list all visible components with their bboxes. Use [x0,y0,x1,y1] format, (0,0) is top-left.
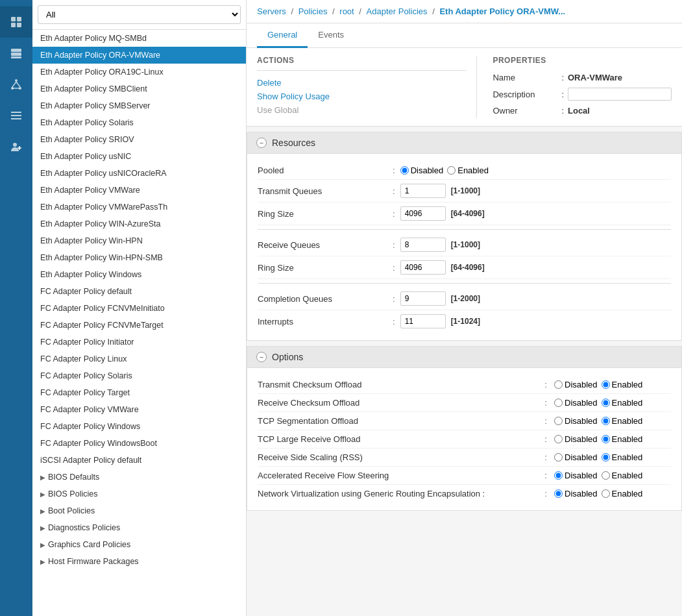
options-enabled-radio-4[interactable] [602,453,610,462]
breadcrumb: Servers / Policies / root / Adapter Poli… [247,0,682,23]
sidebar-group-label-2: Boot Policies [48,506,95,515]
sidebar-item-17[interactable]: FC Adapter Policy FCNVMeTarget [32,317,246,334]
sidebar-item-22[interactable]: FC Adapter Policy VMWare [32,401,246,418]
sidebar-group-5[interactable]: ▶Host Firmware Packages [32,553,246,570]
options-enabled-label-0[interactable]: Enabled [602,380,643,389]
options-disabled-radio-6[interactable] [554,489,563,498]
options-enabled-radio-2[interactable] [602,417,610,425]
sidebar-item-1[interactable]: Eth Adapter Policy ORA-VMWare [32,47,246,64]
sidebar-item-24[interactable]: FC Adapter Policy WindowsBoot [32,435,246,452]
options-enabled-label-2[interactable]: Enabled [602,416,643,426]
options-disabled-label-6[interactable]: Disabled [554,489,598,499]
nav-icon-list[interactable] [0,100,32,131]
action-delete[interactable]: Delete [257,76,466,90]
action-show-policy[interactable]: Show Policy Usage [257,90,466,103]
options-collapse-icon[interactable]: − [256,352,267,362]
sidebar-item-23[interactable]: FC Adapter Policy Windows [32,418,246,435]
resources-pooled-row: Pooled : Disabled Enabled [258,162,671,180]
sidebar-item-16[interactable]: FC Adapter Policy FCNVMeInitiato [32,300,246,317]
sidebar-item-13[interactable]: Eth Adapter Policy Win-HPN-SMB [32,249,246,266]
options-enabled-label-1[interactable]: Enabled [602,398,643,408]
sidebar-item-12[interactable]: Eth Adapter Policy Win-HPN [32,232,246,249]
ring-tx-input[interactable] [400,206,446,221]
resources-rx-queues-row: Receive Queues : [1-1000] [258,234,671,256]
tab-general[interactable]: General [257,23,308,48]
nav-icon-user[interactable] [0,131,32,162]
options-enabled-label-3[interactable]: Enabled [602,434,643,444]
options-enabled-radio-0[interactable] [602,380,610,389]
sidebar-item-19[interactable]: FC Adapter Policy Linux [32,351,246,367]
sidebar-group-0[interactable]: ▶BIOS Defaults [32,469,246,486]
options-enabled-radio-1[interactable] [602,399,610,407]
pooled-disabled-radio[interactable] [400,166,409,175]
options-row-6: Network Virtualization using Generic Rou… [258,485,671,502]
options-enabled-label-5[interactable]: Enabled [602,471,643,480]
sidebar-item-18[interactable]: FC Adapter Policy Initiator [32,334,246,351]
nav-icon-server[interactable] [0,38,32,69]
sidebar-filter-select[interactable]: All [38,5,241,24]
options-enabled-label-4[interactable]: Enabled [602,452,643,462]
sidebar-group-1[interactable]: ▶BIOS Policies [32,486,246,502]
options-enabled-radio-5[interactable] [602,471,610,480]
resources-collapse-icon[interactable]: − [256,138,267,148]
sidebar-group-4[interactable]: ▶Graphics Card Policies [32,536,246,553]
sidebar-item-14[interactable]: Eth Adapter Policy Windows [32,266,246,283]
sidebar-item-25[interactable]: iSCSI Adapter Policy default [32,452,246,469]
options-enabled-label-6[interactable]: Enabled [602,489,643,499]
sidebar-item-3[interactable]: Eth Adapter Policy SMBClient [32,80,246,97]
completion-input[interactable] [400,291,446,306]
options-disabled-label-5[interactable]: Disabled [554,471,598,480]
nav-icon-grid[interactable] [0,6,32,38]
options-enabled-radio-3[interactable] [602,435,610,443]
prop-desc-input[interactable] [568,88,672,101]
options-disabled-label-4[interactable]: Disabled [554,452,598,462]
tx-queues-input[interactable] [400,184,446,198]
options-disabled-label-2[interactable]: Disabled [554,416,598,426]
sidebar-item-6[interactable]: Eth Adapter Policy SRIOV [32,131,246,148]
options-disabled-radio-2[interactable] [554,417,563,425]
options-disabled-radio-0[interactable] [554,380,563,389]
action-use-global[interactable]: Use Global [257,103,466,117]
content-area: General Events Actions Delete Show Polic… [247,23,682,616]
sidebar-group-3[interactable]: ▶Diagnostics Policies [32,519,246,536]
sidebar-group-arrow-1: ▶ [40,491,45,498]
options-disabled-radio-3[interactable] [554,435,563,443]
nav-icon-network[interactable] [0,69,32,100]
sidebar-group-2[interactable]: ▶Boot Policies [32,502,246,519]
sidebar-item-4[interactable]: Eth Adapter Policy SMBServer [32,97,246,114]
options-disabled-radio-4[interactable] [554,453,563,462]
tab-events[interactable]: Events [308,23,354,48]
sidebar-item-8[interactable]: Eth Adapter Policy usNICOracleRA [32,165,246,182]
options-row-3: TCP Large Receive Offload : Disabled Ena… [258,430,671,449]
sidebar-item-9[interactable]: Eth Adapter Policy VMWare [32,182,246,199]
options-disabled-label-3[interactable]: Disabled [554,434,598,444]
breadcrumb-servers[interactable]: Servers [257,6,286,16]
breadcrumb-root[interactable]: root [339,6,354,16]
prop-name-row: Name : ORA-VMWare [493,70,672,85]
options-disabled-radio-5[interactable] [554,471,563,480]
interrupts-input[interactable] [400,314,446,328]
options-disabled-label-0[interactable]: Disabled [554,380,598,389]
sidebar-item-15[interactable]: FC Adapter Policy default [32,283,246,300]
sidebar-item-10[interactable]: Eth Adapter Policy VMWarePassTh [32,199,246,216]
rx-queues-input[interactable] [400,238,446,252]
sidebar-item-0[interactable]: Eth Adapter Policy MQ-SMBd [32,30,246,47]
sidebar-item-5[interactable]: Eth Adapter Policy Solaris [32,114,246,131]
breadcrumb-adapter-policies[interactable]: Adapter Policies [367,6,428,16]
sidebar-item-11[interactable]: Eth Adapter Policy WIN-AzureSta [32,216,246,232]
sidebar-item-7[interactable]: Eth Adapter Policy usNIC [32,148,246,165]
options-disabled-radio-1[interactable] [554,399,563,407]
actions-title: Actions [257,56,466,65]
pooled-disabled-label[interactable]: Disabled [400,166,444,175]
options-enabled-radio-6[interactable] [602,489,610,498]
sidebar-item-2[interactable]: Eth Adapter Policy ORA19C-Linux [32,64,246,80]
ring-rx-input[interactable] [400,260,446,275]
pooled-enabled-radio[interactable] [447,166,456,175]
options-disabled-label-1[interactable]: Disabled [554,398,598,408]
pooled-enabled-label[interactable]: Enabled [447,166,489,175]
sidebar-item-21[interactable]: FC Adapter Policy Target [32,384,246,401]
breadcrumb-policies[interactable]: Policies [298,6,328,16]
options-header: − Options [247,347,681,368]
sidebar-item-20[interactable]: FC Adapter Policy Solaris [32,367,246,384]
resources-divider-1 [258,229,671,230]
